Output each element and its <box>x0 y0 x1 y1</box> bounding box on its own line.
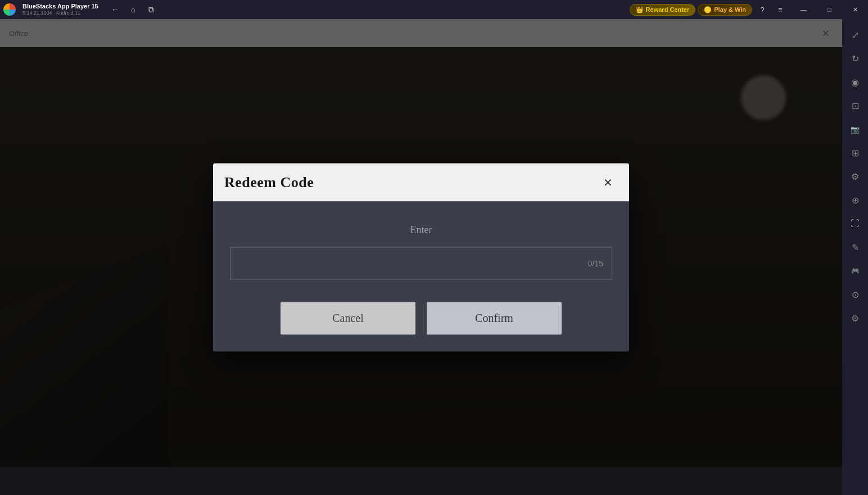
sidebar-camera-button[interactable]: 📷 <box>844 118 866 140</box>
modal-header: Redeem Code ✕ <box>213 163 629 201</box>
modal-overlay: Redeem Code ✕ Enter 0/15 Cancel Confirm <box>0 19 842 495</box>
volume-icon: ◉ <box>851 77 859 88</box>
apk-icon: ⊞ <box>852 148 859 158</box>
sidebar-fullscreen-button[interactable]: ⛶ <box>844 212 866 235</box>
close-button[interactable]: ✕ <box>842 0 868 19</box>
modal-title: Redeem Code <box>224 174 314 190</box>
copy-button[interactable]: ⧉ <box>143 2 159 17</box>
camera-icon: 📷 <box>851 125 860 134</box>
bluestacks-logo <box>3 3 16 16</box>
reward-crown-icon: 👑 <box>636 6 644 13</box>
sidebar-apk-button[interactable]: ⊞ <box>844 142 866 164</box>
app-name-main: BlueStacks App Player 15 <box>22 3 98 10</box>
sidebar-volume-button[interactable]: ◉ <box>844 71 866 93</box>
sidebar-zoom-button[interactable]: ⊕ <box>844 189 866 211</box>
right-sidebar: ⤢ ↻ ◉ ⊡ 📷 ⊞ ⚙ ⊕ ⛶ ✎ 🎮 ⊙ ⚙ <box>842 19 868 495</box>
redeem-code-modal: Redeem Code ✕ Enter 0/15 Cancel Confirm <box>213 163 629 351</box>
cancel-button[interactable]: Cancel <box>281 302 415 334</box>
redeem-code-input[interactable] <box>230 247 612 279</box>
reward-center-button[interactable]: 👑 Reward Center <box>630 4 696 16</box>
sidebar-settings-button[interactable]: ⚙ <box>844 165 866 188</box>
minimize-button[interactable]: — <box>790 0 816 19</box>
reward-center-label: Reward Center <box>646 6 690 13</box>
sidebar-screenshot-button[interactable]: ⊡ <box>844 94 866 117</box>
edit-icon: ✎ <box>852 242 859 253</box>
sidebar-settings2-button[interactable]: ⚙ <box>844 307 866 329</box>
app-logo <box>0 0 19 19</box>
settings-icon: ⚙ <box>851 171 859 182</box>
screenshot-icon: ⊡ <box>852 101 859 111</box>
nav-buttons: ← ⌂ ⧉ <box>107 2 159 17</box>
titlebar-right: 👑 Reward Center 🟡 Play & Win ? ≡ <box>630 2 788 17</box>
macro-icon: ⊙ <box>852 289 859 300</box>
modal-enter-label: Enter <box>230 224 612 235</box>
main-area: Office ✕ Redeem Code ✕ Enter 0/15 Cancel… <box>0 19 842 495</box>
modal-buttons: Cancel Confirm <box>230 302 612 334</box>
app-version: 5.14.21.1004 Android 11 <box>22 10 98 16</box>
sidebar-macro-button[interactable]: ⊙ <box>844 283 866 306</box>
window-controls: — □ ✕ <box>790 0 868 19</box>
modal-close-button[interactable]: ✕ <box>598 172 618 192</box>
modal-input-wrapper: 0/15 <box>230 247 612 279</box>
sidebar-edit-button[interactable]: ✎ <box>844 236 866 258</box>
maximize-button[interactable]: □ <box>816 0 842 19</box>
app-name: BlueStacks App Player 15 5.14.21.1004 An… <box>22 3 98 16</box>
gamepad-icon: 🎮 <box>851 267 860 275</box>
home-button[interactable]: ⌂ <box>125 2 141 17</box>
modal-body: Enter 0/15 Cancel Confirm <box>213 201 629 351</box>
back-button[interactable]: ← <box>107 2 123 17</box>
titlebar: BlueStacks App Player 15 5.14.21.1004 An… <box>0 0 868 19</box>
zoom-icon: ⊕ <box>852 195 859 206</box>
play-win-label: Play & Win <box>714 6 746 13</box>
sidebar-rotate-button[interactable]: ↻ <box>844 47 866 70</box>
playwin-coin-icon: 🟡 <box>704 6 712 13</box>
rotate-icon: ↻ <box>852 53 859 64</box>
sidebar-gamepad-button[interactable]: 🎮 <box>844 260 866 282</box>
menu-button[interactable]: ≡ <box>772 2 788 17</box>
settings2-icon: ⚙ <box>851 313 859 324</box>
confirm-button[interactable]: Confirm <box>427 302 562 334</box>
play-win-button[interactable]: 🟡 Play & Win <box>698 4 752 16</box>
sidebar-expand-button[interactable]: ⤢ <box>844 24 866 46</box>
expand-icon: ⤢ <box>852 30 859 40</box>
help-button[interactable]: ? <box>754 2 770 17</box>
fullscreen-icon: ⛶ <box>851 219 860 229</box>
